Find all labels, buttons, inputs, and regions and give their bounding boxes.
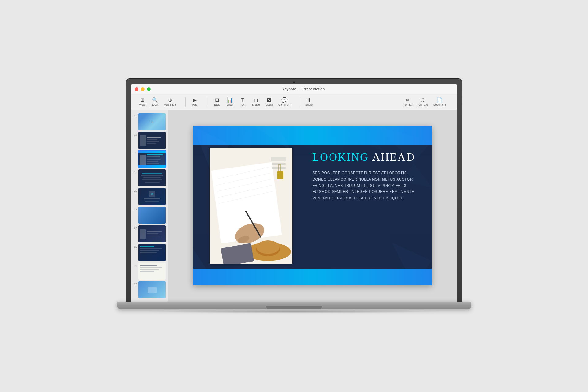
slide-number-21: 21	[133, 207, 137, 211]
toolbar-group-insert: ⊞ Table 📊 Chart T Text ◻ Shape	[211, 96, 293, 107]
toolbar-group-right: ✏ Format ⬡ Animate 📄 Document	[401, 96, 448, 107]
thumb-img-18	[140, 155, 146, 165]
close-window-button[interactable]	[135, 87, 138, 91]
zoom-icon: 🔍	[152, 98, 158, 103]
slide-number-16: 16	[133, 113, 137, 118]
app-titlebar: Keynote — Presentation	[131, 84, 457, 94]
slide-item-22[interactable]: 22	[131, 224, 168, 243]
table-button[interactable]: ⊞ Table	[211, 96, 223, 107]
thumb-lines-18	[147, 154, 164, 164]
current-slide: Looking Ahead Sed posuere consectetur es…	[193, 126, 432, 285]
table-icon: ⊞	[215, 98, 219, 103]
slide-thumb-wrap-19	[138, 169, 166, 186]
slide-item-16[interactable]: 16 ●	[131, 112, 168, 131]
slide-thumb-wrap-22	[138, 225, 166, 242]
svg-marker-6	[392, 243, 432, 285]
app-toolbar: ⊞ View 🔍 100% ⊕ Add Slide ▶	[131, 94, 457, 110]
document-button[interactable]: 📄 Document	[431, 96, 448, 107]
format-button[interactable]: ✏ Format	[401, 96, 415, 107]
comment-icon: 💬	[281, 98, 288, 103]
slide-image	[210, 148, 292, 264]
text-label: Text	[240, 103, 245, 106]
laptop-screen: Keynote — Presentation ⊞ View 🔍 100% ⊕ A…	[131, 84, 457, 302]
slide-thumb-19	[138, 169, 166, 186]
slide-item-23[interactable]: 23	[131, 243, 168, 262]
slide-thumb-wrap-21	[138, 207, 166, 224]
slide-thumb-wrap-16: ●	[138, 113, 166, 130]
screen-bezel: Keynote — Presentation ⊞ View 🔍 100% ⊕ A…	[126, 79, 462, 302]
slide-number-17: 17	[133, 132, 137, 136]
play-icon: ▶	[193, 98, 197, 103]
laptop-mockup: Keynote — Presentation ⊞ View 🔍 100% ⊕ A…	[126, 79, 462, 313]
slide-item-18[interactable]: 18	[131, 150, 168, 168]
slide-item-19[interactable]: 19	[131, 168, 168, 187]
text-icon: T	[241, 98, 244, 103]
desk-image-svg	[210, 148, 292, 264]
share-label: Share	[305, 103, 313, 106]
toolbar-sep-2	[208, 97, 208, 107]
slide-title-part1: Looking	[312, 151, 372, 163]
text-button[interactable]: T Text	[237, 96, 249, 107]
play-button[interactable]: ▶ Play	[189, 96, 201, 107]
document-icon: 📄	[436, 98, 443, 103]
slide-item-24[interactable]: 24	[131, 262, 168, 281]
share-button[interactable]: ⬆ Share	[303, 96, 315, 107]
view-button[interactable]: ⊞ View	[136, 96, 148, 107]
slide-thumb-24	[138, 263, 166, 280]
main-canvas[interactable]: Looking Ahead Sed posuere consectetur es…	[168, 110, 457, 302]
slide-thumb-21	[138, 207, 166, 224]
svg-rect-26	[277, 172, 283, 179]
media-button[interactable]: 🖼 Media	[263, 96, 276, 107]
svg-rect-23	[271, 157, 286, 161]
format-icon: ✏	[406, 98, 410, 103]
toolbar-sep-1	[185, 97, 186, 107]
slide-thumb-20: ⊞	[138, 188, 166, 205]
slide-item-20[interactable]: 20 ⊞	[131, 187, 168, 206]
add-slide-button[interactable]: ⊕ Add Slide	[162, 96, 179, 107]
slide-thumb-25	[138, 281, 166, 298]
maximize-window-button[interactable]	[147, 87, 151, 91]
window-title: Keynote — Presentation	[153, 87, 453, 91]
slide-number-25: 25	[133, 281, 137, 286]
svg-marker-2	[254, 126, 291, 151]
shape-button[interactable]: ◻ Shape	[250, 96, 262, 107]
animate-icon: ⬡	[420, 98, 425, 103]
animate-label: Animate	[418, 103, 428, 106]
comment-label: Comment	[278, 103, 290, 106]
slide-body-text: Sed posuere consectetur est at lobortis.…	[312, 170, 423, 201]
slide-number-20: 20	[133, 188, 137, 192]
slide-text-area: Looking Ahead Sed posuere consectetur es…	[312, 151, 423, 201]
share-icon: ⬆	[307, 98, 311, 103]
slide-item-25[interactable]: 25	[131, 281, 168, 299]
add-slide-label: Add Slide	[164, 103, 176, 106]
minimize-window-button[interactable]	[141, 87, 145, 91]
animate-button[interactable]: ⬡ Animate	[415, 96, 430, 107]
zoom-label: 100%	[151, 103, 158, 106]
view-icon: ⊞	[140, 98, 144, 103]
document-label: Document	[433, 103, 446, 106]
laptop-shadow	[142, 310, 446, 313]
chart-label: Chart	[227, 103, 233, 106]
slide-number-22: 22	[133, 225, 137, 230]
slide-item-21[interactable]: 21	[131, 206, 168, 224]
view-label: View	[139, 103, 145, 106]
slide-thumb-wrap-25	[138, 281, 166, 298]
slide-thumb-wrap-18	[138, 151, 166, 168]
thumb-lines-17	[147, 137, 164, 145]
comment-button[interactable]: 💬 Comment	[276, 96, 293, 107]
chart-icon: 📊	[227, 98, 233, 103]
slide-panel[interactable]: 16 ● 17	[131, 110, 168, 302]
toolbar-group-view: ⊞ View 🔍 100% ⊕ Add Slide	[136, 96, 179, 107]
zoom-button[interactable]: 🔍 100%	[149, 96, 161, 107]
slide-thumb-16: ●	[138, 113, 166, 130]
laptop-base	[117, 302, 471, 309]
media-icon: 🖼	[267, 98, 272, 103]
slide-item-17[interactable]: 17	[131, 131, 168, 150]
slide-thumb-22	[138, 225, 166, 242]
chart-button[interactable]: 📊 Chart	[224, 96, 236, 107]
shape-icon: ◻	[254, 98, 258, 103]
toolbar-sep-3	[300, 97, 300, 107]
slide-thumb-wrap-23	[138, 244, 166, 261]
slide-thumb-18	[138, 151, 166, 168]
slide-thumb-wrap-24	[138, 263, 166, 280]
